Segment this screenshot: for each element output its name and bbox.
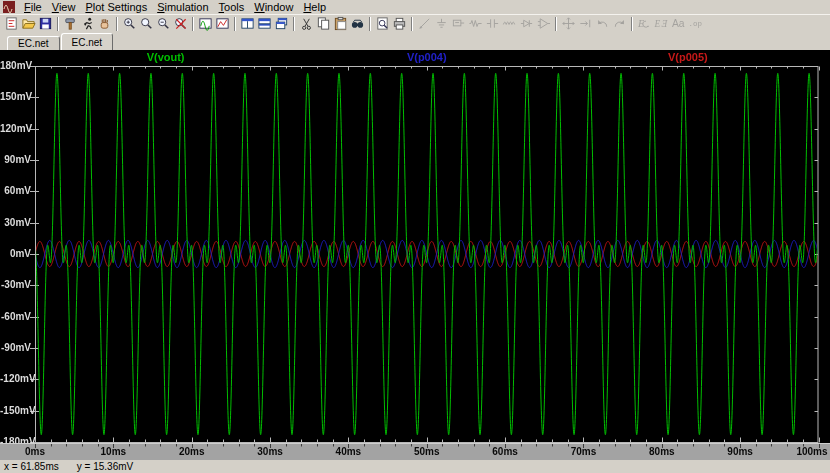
menu-bar: FileViewPlot SettingsSimulationToolsWind… — [0, 0, 830, 14]
y-tick-label: -120mV — [0, 373, 31, 385]
diode-button — [518, 16, 535, 32]
new-schematic-icon — [4, 16, 19, 31]
x-tick-label: 30ms — [257, 446, 283, 457]
toolbar-separator — [116, 17, 118, 31]
x-tick-label: 60ms — [492, 446, 518, 457]
menu-simulation[interactable]: Simulation — [152, 1, 213, 14]
toolbar-separator — [631, 17, 633, 31]
svg-text:Ǝ: Ǝ — [662, 19, 669, 29]
y-tick-label: 150mV — [0, 91, 31, 103]
new-schematic-button[interactable] — [3, 16, 20, 32]
toolbar-separator — [57, 17, 59, 31]
text-icon: Aa — [671, 16, 686, 31]
print-icon — [392, 16, 407, 31]
undo-button — [594, 16, 611, 32]
plot-settings-button[interactable] — [214, 16, 231, 32]
control-panel-icon — [63, 16, 78, 31]
menu-file[interactable]: File — [19, 1, 47, 14]
cut-button[interactable] — [298, 16, 315, 32]
x-tick-label: 0ms — [25, 446, 45, 457]
toolbar-separator — [293, 17, 295, 31]
capacitor-button — [484, 16, 501, 32]
control-panel-button[interactable] — [62, 16, 79, 32]
halt-icon — [97, 16, 112, 31]
y-tick-label: -90mV — [0, 342, 31, 354]
copy-button[interactable] — [315, 16, 332, 32]
toolbar: EEƎAa.op — [0, 14, 830, 32]
svg-text:Aa: Aa — [672, 18, 685, 29]
y-tick-label: 120mV — [0, 123, 31, 135]
x-tick-label: 70ms — [571, 446, 597, 457]
spice-directive-button: .op — [687, 16, 704, 32]
zoom-back-button[interactable] — [138, 16, 155, 32]
paste-button[interactable] — [332, 16, 349, 32]
x-tick-label: 100ms — [796, 446, 827, 457]
tile-vertical-icon — [240, 16, 255, 31]
spice-directive-icon: .op — [688, 16, 703, 31]
rotate-icon: E — [637, 16, 652, 31]
x-tick-label: 90ms — [727, 446, 753, 457]
trace-label-v-p004-[interactable]: V(p004) — [407, 51, 447, 63]
x-tick-label: 10ms — [101, 446, 127, 457]
halt-button[interactable] — [96, 16, 113, 32]
y-tick-label: 180mV — [0, 60, 31, 72]
cursor-x-readout: x = 61.85ms — [4, 461, 59, 472]
mirror-icon: EƎ — [654, 16, 669, 31]
wire-icon — [417, 16, 432, 31]
autorange-y-button[interactable] — [197, 16, 214, 32]
copy-icon — [316, 16, 331, 31]
menu-plot-settings[interactable]: Plot Settings — [80, 1, 152, 14]
menu-view[interactable]: View — [47, 1, 81, 14]
label-net-button — [450, 16, 467, 32]
trace-label-v-p005-[interactable]: V(p005) — [668, 51, 708, 63]
x-tick-label: 40ms — [336, 446, 362, 457]
print-preview-button[interactable] — [374, 16, 391, 32]
find-icon — [350, 16, 365, 31]
x-tick-label: 80ms — [649, 446, 675, 457]
svg-text:.op: .op — [688, 20, 702, 28]
zoom-full-extents-button[interactable] — [172, 16, 189, 32]
tile-horizontal-button[interactable] — [256, 16, 273, 32]
run-icon — [80, 16, 95, 31]
y-tick-label: -60mV — [0, 311, 31, 323]
move-icon — [561, 16, 576, 31]
toolbar-separator — [411, 17, 413, 31]
mirror-button: EƎ — [653, 16, 670, 32]
run-button[interactable] — [79, 16, 96, 32]
cut-icon — [299, 16, 314, 31]
capacitor-icon — [485, 16, 500, 31]
zoom-in-button[interactable] — [121, 16, 138, 32]
y-tick-label: 0mV — [0, 248, 31, 260]
tile-vertical-button[interactable] — [239, 16, 256, 32]
print-button[interactable] — [391, 16, 408, 32]
trace-label-v-vout-[interactable]: V(vout) — [147, 51, 185, 63]
open-button[interactable] — [20, 16, 37, 32]
find-button[interactable] — [349, 16, 366, 32]
menu-help[interactable]: Help — [298, 1, 331, 14]
time-axis-strip[interactable]: 0ms10ms20ms30ms40ms50ms60ms70ms80ms90ms1… — [0, 443, 830, 459]
waveform-canvas[interactable] — [0, 50, 830, 443]
component-button — [535, 16, 552, 32]
save-icon — [38, 16, 53, 31]
menu-window[interactable]: Window — [249, 1, 298, 14]
label-net-icon — [451, 16, 466, 31]
cascade-button[interactable] — [273, 16, 290, 32]
resistor-icon — [468, 16, 483, 31]
x-tick-label: 50ms — [414, 446, 440, 457]
app-icon — [3, 1, 15, 13]
rotate-button: E — [636, 16, 653, 32]
cursor-y-readout: y = 15.36mV — [77, 461, 133, 472]
tab-ec-net-1[interactable]: EC.net — [7, 36, 60, 50]
zoom-out-button[interactable] — [155, 16, 172, 32]
menu-tools[interactable]: Tools — [214, 1, 250, 14]
open-icon — [21, 16, 36, 31]
inductor-icon — [502, 16, 517, 31]
inductor-button — [501, 16, 518, 32]
svg-text:E: E — [637, 18, 645, 29]
save-button[interactable] — [37, 16, 54, 32]
redo-icon — [612, 16, 627, 31]
move-button — [560, 16, 577, 32]
status-bar: x = 61.85ms y = 15.36mV — [0, 459, 830, 473]
tile-horizontal-icon — [257, 16, 272, 31]
tab-ec-net-2[interactable]: EC.net — [61, 33, 114, 50]
